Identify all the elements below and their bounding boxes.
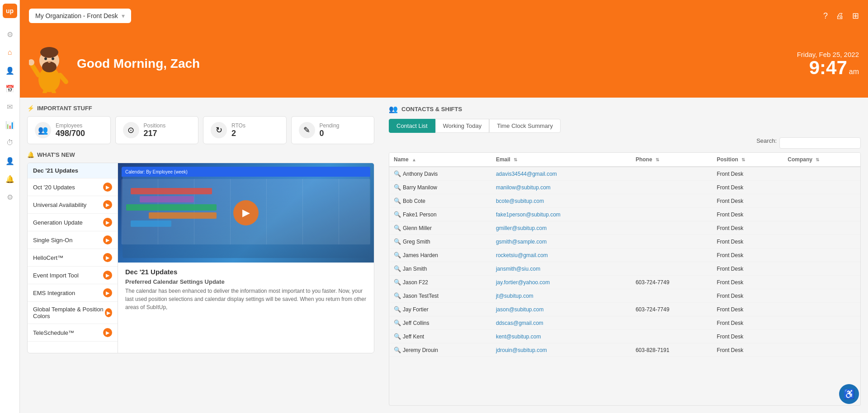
sidebar-item-chart[interactable]: 📊 (2, 117, 18, 133)
tab-time-clock-summary[interactable]: Time Clock Summary (489, 119, 561, 133)
search-input[interactable] (779, 137, 861, 149)
svg-line-7 (31, 64, 38, 75)
email-link[interactable]: ddscas@gmail.com (496, 320, 543, 326)
tab-contact-list[interactable]: Contact List (389, 119, 435, 133)
list-item[interactable]: Single Sign-On ▶ (28, 231, 118, 249)
sidebar-item-gear2[interactable]: ⚙ (2, 189, 18, 205)
table-header: Name ▲ Email ⇅ Phone ⇅ Position ⇅ Compan… (389, 153, 860, 167)
list-item[interactable]: EMS Integration ▶ (28, 284, 118, 302)
table-row[interactable]: 🔍James Harden rocketsiu@gmail.com Front … (389, 249, 860, 262)
cell-name: 🔍Jeff Kent (389, 330, 491, 343)
item-label: Generation Update (33, 219, 83, 226)
col-position[interactable]: Position ⇅ (712, 153, 783, 167)
tab-working-today[interactable]: Working Today (435, 119, 490, 133)
welcome-banner: Good Morning, Zach Friday, Feb 25, 2022 … (20, 32, 868, 98)
list-item[interactable]: Event Import Tool ▶ (28, 267, 118, 284)
header-left: My Organization - Front Desk ▾ (29, 9, 131, 23)
org-selector[interactable]: My Organization - Front Desk ▾ (29, 9, 131, 23)
list-item[interactable]: Oct '20 Updates ▶ (28, 178, 118, 196)
email-link[interactable]: fake1person@subitup.com (496, 211, 561, 218)
table-row[interactable]: 🔍Fake1 Person fake1person@subitup.com Fr… (389, 208, 860, 221)
play-button[interactable]: ▶ (233, 200, 259, 225)
email-link[interactable]: rocketsiu@gmail.com (496, 252, 548, 258)
email-link[interactable]: jay.fortier@yahoo.com (496, 279, 550, 286)
table-row[interactable]: 🔍Jason F22 jay.fortier@yahoo.com 603-724… (389, 276, 860, 289)
table-row[interactable]: 🔍Jan Smith jansmith@siu.com Front Desk (389, 262, 860, 276)
list-item[interactable]: Universal Availability ▶ (28, 196, 118, 214)
table-row[interactable]: 🔍Anthony Davis adavis34544@gmail.com Fro… (389, 167, 860, 181)
cell-position: Front Desk (712, 249, 783, 262)
cell-phone (631, 208, 712, 221)
email-link[interactable]: manilow@subitup.com (496, 184, 551, 191)
stat-positions[interactable]: ⊙ Positions 217 (115, 116, 199, 144)
cell-company (783, 194, 860, 208)
table-row[interactable]: 🔍Jeremy Drouin jdrouin@subitup.com 603-8… (389, 343, 860, 357)
accessibility-button[interactable]: ♿ (839, 384, 859, 404)
rtos-label: RTOs (231, 122, 245, 129)
table-row[interactable]: 🔍Bob Cote bcote@subitup.com Front Desk (389, 194, 860, 208)
sort-icon: ⇅ (514, 157, 517, 162)
email-link[interactable]: bcote@subitup.com (496, 198, 544, 204)
col-company[interactable]: Company ⇅ (783, 153, 860, 167)
arrow-icon: ▶ (105, 308, 112, 317)
cell-email: manilow@subitup.com (491, 181, 631, 194)
contact-search-icon: 🔍 (394, 279, 401, 286)
list-item[interactable]: Dec '21 Updates (28, 163, 118, 178)
table-row[interactable]: 🔍Barry Manilow manilow@subitup.com Front… (389, 181, 860, 194)
cell-email: bcote@subitup.com (491, 194, 631, 208)
svg-line-9 (60, 75, 66, 82)
arrow-icon: ▶ (103, 288, 112, 297)
col-email[interactable]: Email ⇅ (491, 153, 631, 167)
search-row: Search: (389, 137, 861, 149)
sidebar-item-bell[interactable]: 🔔 (2, 171, 18, 187)
list-item[interactable]: Global Template & Position Colors ▶ (28, 302, 118, 324)
sidebar-item-mail[interactable]: ✉ (2, 99, 18, 115)
table-row[interactable]: 🔍Glenn Miller gmiller@subitup.com Front … (389, 221, 860, 235)
email-link[interactable]: jansmith@siu.com (496, 266, 540, 272)
table-row[interactable]: 🔍Jason TestTest jt@subitup.com Front Des… (389, 289, 860, 303)
grid-icon[interactable]: ⊞ (852, 11, 859, 21)
table-row[interactable]: 🔍Greg Smith gsmith@sample.com Front Desk (389, 235, 860, 249)
list-item[interactable]: TeleSchedule™ ▶ (28, 324, 118, 342)
svg-point-4 (52, 57, 54, 60)
sidebar-item-calendar[interactable]: 📅 (2, 80, 18, 97)
sidebar-item-settings[interactable]: ⚙ (2, 26, 18, 42)
email-link[interactable]: kent@subitup.com (496, 333, 541, 340)
cell-company (783, 330, 860, 343)
cell-company (783, 235, 860, 249)
stat-pending[interactable]: ✎ Pending 0 (291, 116, 375, 144)
sidebar-item-people[interactable]: 👤 (2, 62, 18, 79)
email-link[interactable]: gmiller@subitup.com (496, 225, 547, 231)
email-link[interactable]: adavis34544@gmail.com (496, 171, 557, 177)
arrow-icon: ▶ (103, 200, 112, 209)
cell-company (783, 289, 860, 303)
item-label: HelloCert™ (33, 254, 63, 261)
cell-email: jdrouin@subitup.com (491, 343, 631, 357)
help-icon[interactable]: ? (823, 11, 828, 21)
col-phone[interactable]: Phone ⇅ (631, 153, 712, 167)
sort-icon: ⇅ (816, 157, 819, 162)
app-logo[interactable]: up (3, 4, 17, 18)
table-row[interactable]: 🔍Jeff Collins ddscas@gmail.com Front Des… (389, 316, 860, 330)
cell-company (783, 208, 860, 221)
col-name[interactable]: Name ▲ (389, 153, 491, 167)
email-link[interactable]: jdrouin@subitup.com (496, 347, 547, 353)
sidebar-item-clock[interactable]: ⏱ (2, 135, 18, 151)
list-item[interactable]: Generation Update ▶ (28, 214, 118, 231)
calendar-header-label: Calendar: By Employee (week) (125, 169, 188, 174)
list-item[interactable]: HelloCert™ ▶ (28, 249, 118, 267)
sidebar-item-user[interactable]: 👤 (2, 153, 18, 169)
contact-search-icon: 🔍 (394, 347, 401, 353)
whats-new-content: Calendar: By Employee (week) (118, 163, 374, 353)
sidebar-item-home[interactable]: ⌂ (2, 44, 18, 61)
print-icon[interactable]: 🖨 (836, 11, 844, 21)
content-main-title: Dec '21 Updates (125, 268, 367, 276)
email-link[interactable]: jt@subitup.com (496, 293, 533, 299)
table-row[interactable]: 🔍Jay Fortier jason@subitup.com 603-724-7… (389, 303, 860, 316)
email-link[interactable]: gsmith@sample.com (496, 239, 547, 245)
cell-position: Front Desk (712, 316, 783, 330)
stat-rtos[interactable]: ↻ RTOs 2 (203, 116, 287, 144)
table-row[interactable]: 🔍Jeff Kent kent@subitup.com Front Desk (389, 330, 860, 343)
email-link[interactable]: jason@subitup.com (496, 306, 544, 313)
stat-employees[interactable]: 👥 Employees 498/700 (27, 116, 111, 144)
